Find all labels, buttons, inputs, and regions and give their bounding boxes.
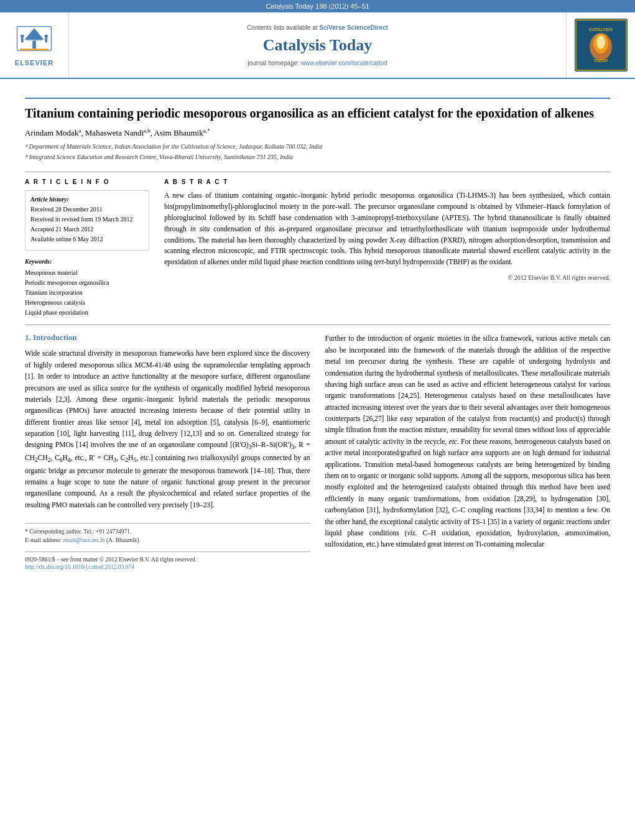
available-date: Available online 6 May 2012 — [30, 235, 144, 244]
mid-rule — [25, 172, 610, 172]
article-title: Titanium containing periodic mesoporous … — [25, 105, 610, 121]
history-label: Article history: — [30, 196, 144, 203]
top-rule — [25, 98, 610, 99]
footer-divider: 0920-5861/$ – see front matter © 2012 El… — [25, 552, 310, 570]
journal-title-area: Contents lists available at SciVerse Sci… — [68, 12, 567, 78]
elsevier-tree-icon — [12, 24, 56, 58]
svg-text:CATALYSIS: CATALYSIS — [589, 27, 613, 32]
keywords-section: Keywords: Mesoporous material Periodic m… — [25, 258, 149, 316]
keyword-4: Heterogeneous catalysis — [25, 298, 149, 307]
main-body: 1. Introduction Wide scale structural di… — [25, 333, 610, 570]
abstract-copyright: © 2012 Elsevier B.V. All rights reserved… — [164, 274, 610, 281]
journal-citation: Catalysis Today 198 (2012) 45–51 — [266, 2, 369, 10]
author-nandi: Mahasweta Nandi — [85, 128, 144, 137]
author-modak: Arindam Modak — [25, 128, 78, 137]
email-link[interactable]: msab@iacs.res.in — [63, 537, 105, 543]
catalysis-badge-icon: CATALYSIS TODAY — [575, 19, 628, 72]
svg-rect-1 — [32, 41, 36, 49]
elsevier-logo: ELSEVIER — [12, 24, 56, 67]
copyright-footer: 0920-5861/$ – see front matter © 2012 El… — [25, 556, 310, 563]
body-rule — [25, 325, 610, 325]
svg-point-7 — [45, 34, 49, 38]
elsevier-logo-area: ELSEVIER — [0, 12, 68, 78]
affil-b: ᵇ Integrated Science Education and Resea… — [25, 152, 610, 162]
info-abstract-section: A R T I C L E I N F O Article history: R… — [25, 178, 610, 318]
catalysis-badge-area: CATALYSIS TODAY — [567, 12, 635, 78]
affil-a: ᵃ Department of Materials Science, India… — [25, 142, 610, 151]
keyword-2: Periodic mesoporous organosilica — [25, 279, 149, 287]
svg-text:TODAY: TODAY — [593, 58, 608, 63]
revised-date: Received in revised form 19 March 2012 — [30, 215, 144, 224]
journal-title: Catalysis Today — [263, 36, 373, 55]
author-bhaumik-sup: a,* — [203, 127, 210, 134]
journal-header: ELSEVIER Contents lists available at Sci… — [0, 12, 635, 79]
doi-link[interactable]: http://dx.doi.org/10.1016/j.cattod.2012.… — [25, 564, 134, 570]
article-info-header: A R T I C L E I N F O — [25, 178, 149, 185]
elsevier-label: ELSEVIER — [15, 59, 53, 67]
intro-paragraph-1: Wide scale structural diversity in mesop… — [25, 348, 310, 510]
author-nandi-sup: a,b — [144, 127, 151, 134]
abstract-column: A B S T R A C T A new class of titanium … — [164, 178, 610, 318]
svg-rect-8 — [45, 38, 47, 42]
intro-paragraph-2: Further to the introduction of organic m… — [325, 333, 611, 550]
corresponding-note: * Corresponding author. Tel.: +91 247349… — [25, 527, 310, 536]
intro-right-column: Further to the introduction of organic m… — [325, 333, 611, 570]
sciverse-link[interactable]: SciVerse ScienceDirect — [319, 24, 388, 31]
article-info-column: A R T I C L E I N F O Article history: R… — [25, 178, 149, 318]
svg-point-5 — [21, 34, 24, 38]
affiliations: ᵃ Department of Materials Science, India… — [25, 142, 610, 162]
journal-citation-bar: Catalysis Today 198 (2012) 45–51 — [0, 0, 635, 12]
article-container: Titanium containing periodic mesoporous … — [0, 79, 635, 583]
footnote-section: * Corresponding author. Tel.: +91 247349… — [25, 523, 310, 570]
author-bhaumik: Asim Bhaumik — [154, 128, 203, 137]
abstract-header: A B S T R A C T — [164, 178, 610, 185]
journal-homepage: journal homepage: www.elsevier.com/locat… — [248, 60, 387, 67]
abstract-text: A new class of titanium containing organ… — [164, 190, 610, 268]
accepted-date: Accepted 21 March 2012 — [30, 225, 144, 234]
authors-line: Arindam Modaka, Mahasweta Nandia,b, Asim… — [25, 127, 610, 138]
received-date: Received 28 December 2011 — [30, 205, 144, 214]
sciverse-line: Contents lists available at SciVerse Sci… — [247, 24, 388, 31]
svg-rect-4 — [20, 48, 49, 50]
intro-left-column: 1. Introduction Wide scale structural di… — [25, 333, 310, 570]
keyword-5: Liquid phase epoxidation — [25, 308, 149, 316]
svg-rect-6 — [21, 38, 24, 42]
keywords-label: Keywords: — [25, 258, 149, 265]
keyword-3: Titanium incorporation — [25, 288, 149, 297]
doi-line: http://dx.doi.org/10.1016/j.cattod.2012.… — [25, 564, 310, 570]
email-line: E-mail address: msab@iacs.res.in (A. Bha… — [25, 536, 310, 545]
article-history-block: Article history: Received 28 December 20… — [25, 190, 149, 251]
keyword-1: Mesoporous material — [25, 269, 149, 277]
section-intro-title: 1. Introduction — [25, 333, 310, 343]
author-modak-sup: a — [78, 127, 81, 134]
homepage-link[interactable]: www.elsevier.com/locate/cattod — [301, 60, 387, 67]
svg-point-14 — [596, 35, 605, 49]
